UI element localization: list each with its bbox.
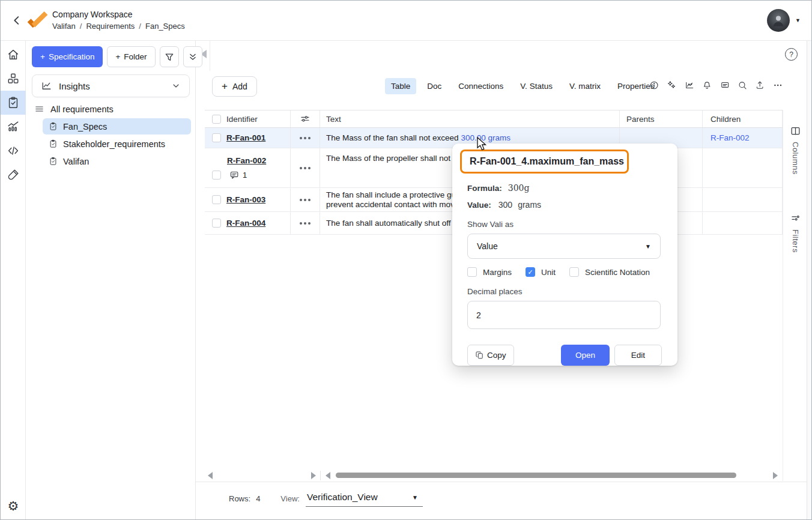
scientific-notation-label: Scientific Notation: [585, 268, 650, 277]
breadcrumb-item-requirements[interactable]: Requirements: [86, 22, 135, 31]
column-header-parents[interactable]: Parents: [626, 115, 655, 124]
table-header-row: Identifier Text Parents Children: [205, 110, 783, 128]
export-icon[interactable]: [755, 79, 765, 91]
requirement-text: The fan shall include a protective gua: [326, 190, 461, 199]
row-menu-icon[interactable]: [300, 167, 311, 169]
breadcrumb-item-fan-specs[interactable]: Fan_Specs: [145, 22, 185, 31]
collapse-all-button[interactable]: [183, 46, 202, 67]
column-header-text[interactable]: Text: [326, 115, 341, 124]
insights-panel-toggle[interactable]: Insights: [32, 74, 190, 97]
more-options-icon[interactable]: [773, 79, 783, 91]
unit-checkbox[interactable]: ✓: [526, 267, 535, 277]
help-icon[interactable]: ?: [785, 48, 798, 61]
settings-gear-icon[interactable]: ⚙: [1, 497, 26, 516]
plus-icon: +: [222, 80, 228, 92]
all-requirements-label: All requirements: [50, 104, 114, 114]
sidebar-item-valifan[interactable]: Valifan: [43, 153, 191, 169]
copy-button-label: Copy: [487, 351, 506, 360]
column-header-children[interactable]: Children: [710, 115, 741, 124]
comments-icon[interactable]: [720, 79, 730, 91]
horizontal-scrollbars: [196, 471, 783, 481]
analytics-icon[interactable]: [685, 79, 694, 91]
avatar[interactable]: [767, 9, 790, 32]
scientific-notation-checkbox[interactable]: [569, 267, 579, 277]
tab-connections[interactable]: Connections: [452, 78, 509, 94]
child-requirement-link[interactable]: R-Fan-002: [710, 133, 750, 142]
breadcrumb: Valifan / Requirements / Fan_Specs: [52, 22, 185, 31]
scroll-left-arrow[interactable]: [208, 472, 213, 479]
requirements-icon[interactable]: [1, 91, 26, 115]
scroll-right-arrow[interactable]: [773, 472, 778, 479]
show-vali-as-label: Show Vali as: [467, 220, 662, 229]
decimal-places-input[interactable]: 2: [467, 301, 661, 329]
horizontal-scrollbar-thumb[interactable]: [336, 473, 736, 478]
select-all-checkbox[interactable]: [212, 115, 221, 124]
tab-v-status[interactable]: V. Status: [514, 78, 559, 94]
tab-v-matrix[interactable]: V. matrix: [563, 78, 607, 94]
row-checkbox[interactable]: [212, 195, 221, 204]
scroll-left-arrow[interactable]: [326, 472, 330, 479]
sidebar-item-fan-specs[interactable]: Fan_Specs: [43, 118, 191, 135]
vertical-scrollbar[interactable]: [807, 41, 811, 520]
row-menu-icon[interactable]: [300, 199, 311, 201]
info-icon[interactable]: [649, 79, 659, 91]
columns-panel-toggle[interactable]: Columns: [783, 125, 808, 175]
row-checkbox[interactable]: [212, 171, 221, 180]
tab-table[interactable]: Table: [385, 78, 416, 94]
ai-sparkles-icon[interactable]: [667, 79, 676, 91]
all-requirements-header[interactable]: All requirements: [34, 104, 114, 114]
column-settings-icon[interactable]: [300, 113, 311, 124]
requirement-link[interactable]: R-Fan-003: [226, 195, 265, 204]
copy-button[interactable]: Copy: [467, 345, 514, 366]
user-menu[interactable]: ▼: [767, 9, 801, 32]
row-checkbox[interactable]: [212, 133, 221, 142]
home-icon[interactable]: [1, 43, 26, 67]
spec-clipboard-icon: [49, 157, 58, 166]
value-unit: grams: [518, 200, 541, 210]
scroll-right-arrow[interactable]: [311, 472, 316, 479]
row-menu-icon[interactable]: [300, 137, 311, 139]
breadcrumb-item-valifan[interactable]: Valifan: [52, 22, 76, 31]
vali-name-box[interactable]: R-Fan-001_4.maximum_fan_mass: [460, 150, 629, 174]
rows-label: Rows:: [229, 494, 250, 503]
add-folder-button[interactable]: + Folder: [107, 46, 155, 67]
requirement-link[interactable]: R-Fan-002: [227, 156, 266, 165]
scripting-icon[interactable]: [1, 139, 26, 163]
specifications-sidebar: + Specification + Folder Insights All re…: [26, 41, 196, 520]
notifications-bell-icon[interactable]: [702, 79, 712, 91]
modules-icon[interactable]: [1, 67, 26, 91]
row-checkbox[interactable]: [212, 219, 221, 228]
view-selector[interactable]: Verification_View ▼: [306, 491, 423, 507]
tools-icon[interactable]: [1, 163, 26, 187]
requirement-text: The Mass of the propeller shall not ex: [326, 154, 461, 163]
select-caret-icon: ▼: [645, 243, 651, 250]
tab-doc[interactable]: Doc: [421, 78, 447, 94]
row-menu-icon[interactable]: [300, 222, 311, 225]
show-vali-as-select[interactable]: Value ▼: [467, 234, 661, 259]
vali-value-link[interactable]: 300.00 grams: [461, 133, 511, 142]
list-icon: [34, 104, 44, 114]
children-cell: [702, 148, 783, 187]
margins-checkbox[interactable]: [467, 267, 477, 277]
view-selector-caret-icon: ▼: [412, 494, 418, 501]
spec-item-label: Fan_Specs: [63, 122, 107, 132]
open-button[interactable]: Open: [561, 345, 610, 366]
filters-panel-toggle[interactable]: Filters: [783, 213, 808, 253]
requirement-link[interactable]: R-Fan-001: [226, 133, 265, 142]
workspace-titles: Company Workspace Valifan / Requirements…: [52, 10, 185, 31]
add-specification-button[interactable]: + Specification: [32, 46, 103, 67]
user-menu-caret-icon[interactable]: ▼: [795, 17, 801, 23]
search-icon[interactable]: [738, 79, 747, 91]
app-logo-icon[interactable]: [27, 11, 49, 30]
value-label: Value:: [467, 201, 491, 210]
back-chevron-icon[interactable]: [10, 14, 23, 27]
requirement-link[interactable]: R-Fan-004: [226, 219, 265, 228]
comments-indicator[interactable]: 1: [229, 170, 247, 180]
edit-button[interactable]: Edit: [614, 345, 662, 366]
add-requirement-button[interactable]: + Add: [212, 76, 257, 97]
column-header-identifier[interactable]: Identifier: [226, 115, 258, 124]
columns-icon: [790, 125, 801, 137]
sidebar-item-stakeholder-requirements[interactable]: Stakeholder_requirements: [43, 136, 191, 152]
filter-specifications-button[interactable]: [160, 46, 179, 67]
analysis-icon[interactable]: [1, 115, 26, 139]
